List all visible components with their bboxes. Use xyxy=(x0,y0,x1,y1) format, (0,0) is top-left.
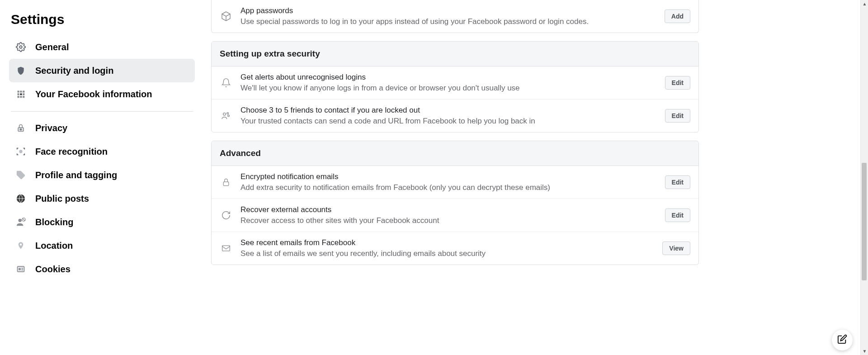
tag-icon xyxy=(14,169,27,181)
sidebar-item-label: Face recognition xyxy=(35,147,108,157)
svg-line-16 xyxy=(23,218,25,221)
row-desc: Use special passwords to log in to your … xyxy=(241,17,656,26)
svg-rect-26 xyxy=(222,246,230,251)
sidebar-item-label: Your Facebook information xyxy=(35,89,152,99)
edit-button[interactable]: Edit xyxy=(665,76,690,90)
padlock-icon xyxy=(220,176,232,189)
globe-icon xyxy=(14,192,27,205)
scroll-up-arrow-icon[interactable]: ▲ xyxy=(861,0,868,8)
sidebar-item-label: Location xyxy=(35,241,73,251)
svg-rect-2 xyxy=(20,91,22,93)
sidebar-item-face-recognition[interactable]: Face recognition xyxy=(9,140,195,163)
edit-button[interactable]: Edit xyxy=(665,109,690,123)
row-desc: Your trusted contacts can send a code an… xyxy=(241,117,657,126)
row-title: Recover external accounts xyxy=(241,205,657,214)
svg-rect-9 xyxy=(23,96,24,98)
setting-row-encrypted-emails: Encrypted notification emails Add extra … xyxy=(212,166,698,199)
setting-row-recent-emails: See recent emails from Facebook See a li… xyxy=(212,232,698,265)
section-card: Advanced Encrypted notification emails A… xyxy=(211,141,699,265)
svg-point-11 xyxy=(20,129,21,130)
bell-icon xyxy=(220,76,232,89)
sidebar-item-label: Profile and tagging xyxy=(35,170,117,180)
id-icon xyxy=(14,263,27,275)
section-card: Setting up extra security Get alerts abo… xyxy=(211,41,699,133)
svg-rect-6 xyxy=(23,93,24,95)
svg-rect-4 xyxy=(18,93,19,95)
svg-rect-25 xyxy=(223,182,229,185)
sidebar-item-privacy[interactable]: Privacy xyxy=(9,116,195,140)
face-scan-icon xyxy=(14,145,27,158)
svg-rect-7 xyxy=(18,96,19,98)
setting-row-trusted-contacts: Choose 3 to 5 friends to contact if you … xyxy=(212,99,698,132)
svg-point-24 xyxy=(228,115,230,117)
edit-icon xyxy=(837,334,847,346)
row-title: See recent emails from Facebook xyxy=(241,238,654,247)
mail-icon xyxy=(220,242,232,255)
setting-row-alerts: Get alerts about unrecognised logins We'… xyxy=(212,66,698,99)
sidebar-item-label: Blocking xyxy=(35,217,73,227)
row-desc: We'll let you know if anyone logs in fro… xyxy=(241,84,657,93)
lock-person-icon xyxy=(14,122,27,134)
row-title: App passwords xyxy=(241,6,656,15)
setting-row-recover-external: Recover external accounts Recover access… xyxy=(212,199,698,232)
scroll-thumb[interactable] xyxy=(862,163,867,280)
svg-point-0 xyxy=(19,46,22,48)
sidebar-item-location[interactable]: Location xyxy=(9,234,195,257)
row-desc: Add extra security to notification email… xyxy=(241,183,657,192)
svg-point-19 xyxy=(19,268,20,270)
sidebar-item-general[interactable]: General xyxy=(9,35,195,59)
scrollbar[interactable]: ▲ ▼ xyxy=(860,0,868,355)
sidebar-item-label: Public posts xyxy=(35,194,89,204)
refresh-icon xyxy=(220,209,232,222)
sidebar-item-security[interactable]: Security and login xyxy=(9,59,195,82)
svg-point-5 xyxy=(20,93,22,95)
shield-icon xyxy=(14,64,27,77)
row-desc: See a list of emails we sent you recentl… xyxy=(241,249,654,258)
edit-button[interactable]: Edit xyxy=(665,208,690,222)
svg-rect-8 xyxy=(20,96,22,98)
page-title: Settings xyxy=(9,9,195,35)
svg-point-22 xyxy=(223,113,226,116)
sidebar-item-your-info[interactable]: Your Facebook information xyxy=(9,82,195,106)
svg-rect-3 xyxy=(23,91,24,93)
section-header: Setting up extra security xyxy=(212,42,698,66)
sidebar-item-blocking[interactable]: Blocking xyxy=(9,210,195,234)
pin-icon xyxy=(14,239,27,252)
section-header: Advanced xyxy=(212,141,698,166)
cube-icon xyxy=(220,10,232,23)
friends-icon xyxy=(220,109,232,122)
block-person-icon xyxy=(14,216,27,228)
sidebar-item-label: Cookies xyxy=(35,264,71,275)
row-title: Get alerts about unrecognised logins xyxy=(241,73,657,82)
main-content: App passwords Use special passwords to l… xyxy=(200,0,699,355)
gear-icon xyxy=(14,41,27,53)
settings-sidebar: Settings General Security and login Your… xyxy=(0,0,200,355)
setting-row-app-passwords: App passwords Use special passwords to l… xyxy=(212,0,698,33)
view-button[interactable]: View xyxy=(662,241,690,255)
add-button[interactable]: Add xyxy=(665,9,690,23)
sidebar-item-cookies[interactable]: Cookies xyxy=(9,257,195,281)
sidebar-item-label: Security and login xyxy=(35,66,113,76)
sidebar-divider xyxy=(11,111,193,112)
row-desc: Recover access to other sites with your … xyxy=(241,216,657,225)
sidebar-item-profile-tagging[interactable]: Profile and tagging xyxy=(9,163,195,187)
sidebar-item-label: General xyxy=(35,42,69,52)
grid-icon xyxy=(14,88,27,100)
svg-point-17 xyxy=(20,244,22,246)
edit-button[interactable]: Edit xyxy=(665,175,690,189)
section-card: App passwords Use special passwords to l… xyxy=(211,0,699,33)
sidebar-item-public-posts[interactable]: Public posts xyxy=(9,187,195,210)
row-title: Encrypted notification emails xyxy=(241,172,657,181)
compose-button[interactable] xyxy=(832,330,853,350)
svg-rect-1 xyxy=(18,91,19,93)
sidebar-item-label: Privacy xyxy=(35,123,67,133)
svg-point-14 xyxy=(19,219,22,222)
row-title: Choose 3 to 5 friends to contact if you … xyxy=(241,106,657,115)
scroll-down-arrow-icon[interactable]: ▼ xyxy=(861,347,868,355)
svg-point-12 xyxy=(19,150,22,153)
svg-point-23 xyxy=(227,113,229,114)
